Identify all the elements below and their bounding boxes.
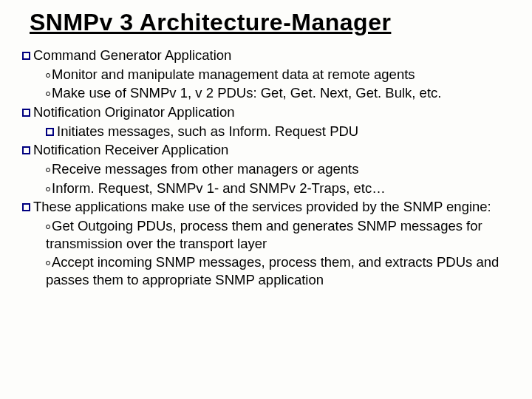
item-text: Receive messages from other managers or … <box>52 161 358 177</box>
item-text: Accept incoming SNMP messages, process t… <box>46 254 499 287</box>
item-text: Make use of SNMPv 1, v 2 PDUs: Get, Get.… <box>52 85 441 100</box>
item-text: These applications make use of the servi… <box>33 199 491 214</box>
list-item: Notification Receiver Application <box>22 141 510 159</box>
item-text: Command Generator Application <box>33 47 231 63</box>
list-item: Notification Originator Application <box>22 103 510 121</box>
list-item: Get Outgoing PDUs, process them and gene… <box>46 217 510 252</box>
list-item: Make use of SNMPv 1, v 2 PDUs: Get, Get.… <box>46 84 510 102</box>
list-item: Inform. Request, SNMPv 1- and SNMPv 2-Tr… <box>46 180 510 197</box>
square-bullet-icon <box>22 47 30 64</box>
square-bullet-icon <box>22 103 30 121</box>
list-item: Command Generator Application <box>22 47 510 64</box>
item-text: Initiates messages, such as Inform. Requ… <box>57 123 358 139</box>
square-bullet-icon <box>22 198 30 216</box>
circle-bullet-icon <box>46 89 50 99</box>
page-title: SNMPv 3 Architecture-Manager <box>30 9 510 36</box>
square-bullet-icon <box>46 123 54 140</box>
circle-bullet-icon <box>46 71 50 81</box>
circle-bullet-icon <box>46 222 50 232</box>
item-text: Notification Originator Application <box>33 104 235 120</box>
circle-bullet-icon <box>46 185 50 194</box>
item-text: Monitor and manipulate management data a… <box>52 66 415 82</box>
slide: SNMPv 3 Architecture-Manager Command Gen… <box>0 0 532 399</box>
list-item: Monitor and manipulate management data a… <box>46 66 510 83</box>
square-bullet-icon <box>22 141 30 159</box>
slide-content: Command Generator Application Monitor an… <box>22 47 510 289</box>
circle-bullet-icon <box>46 259 50 268</box>
list-item: Initiates messages, such as Inform. Requ… <box>46 123 510 140</box>
item-text: Inform. Request, SNMPv 1- and SNMPv 2-Tr… <box>52 180 386 196</box>
item-text: Get Outgoing PDUs, process them and gene… <box>46 218 482 251</box>
circle-bullet-icon <box>46 166 50 175</box>
list-item: These applications make use of the servi… <box>22 198 510 216</box>
list-item: Accept incoming SNMP messages, process t… <box>46 253 510 288</box>
item-text: Notification Receiver Application <box>33 142 228 157</box>
list-item: Receive messages from other managers or … <box>46 160 510 178</box>
